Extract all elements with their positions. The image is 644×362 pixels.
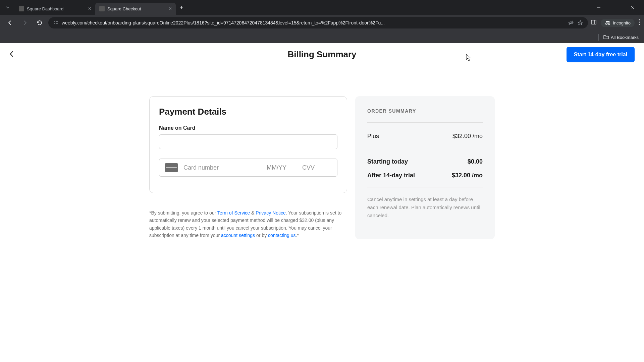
bookmarks-bar: All Bookmarks xyxy=(0,31,644,43)
svg-rect-3 xyxy=(54,23,55,24)
card-cvv-input[interactable] xyxy=(302,164,332,171)
forward-button[interactable] xyxy=(19,17,31,29)
name-on-card-label: Name on Card xyxy=(159,125,337,131)
left-column: Payment Details Name on Card *By submitt… xyxy=(149,96,347,239)
payment-heading: Payment Details xyxy=(159,107,337,117)
page-title: Billing Summary xyxy=(287,49,356,60)
card-expiry-input[interactable] xyxy=(267,164,297,171)
incognito-icon xyxy=(605,20,611,25)
card-input-row xyxy=(159,159,337,177)
favicon-icon xyxy=(19,6,24,11)
address-bar[interactable]: weebly.com/checkout/onboarding-plans/squ… xyxy=(48,17,588,28)
legal-mid2: or by xyxy=(255,233,268,238)
legal-amp: & xyxy=(250,210,256,216)
order-summary-card: ORDER SUMMARY Plus $32.00 /mo Starting t… xyxy=(355,96,495,239)
starting-today-label: Starting today xyxy=(367,158,408,165)
after-trial-value: $32.00 /mo xyxy=(452,172,483,179)
arrow-left-icon xyxy=(7,20,13,26)
side-panel-icon[interactable] xyxy=(591,19,597,26)
starting-today-value: $0.00 xyxy=(468,158,483,165)
svg-rect-5 xyxy=(591,20,596,24)
after-trial-label: After 14-day trial xyxy=(367,172,415,179)
tab-search-button[interactable] xyxy=(3,2,13,12)
new-tab-button[interactable]: + xyxy=(176,4,187,11)
close-icon[interactable]: × xyxy=(169,6,172,12)
svg-point-12 xyxy=(639,24,640,25)
card-number-input[interactable] xyxy=(183,164,261,171)
divider xyxy=(598,34,599,41)
maximize-button[interactable] xyxy=(610,2,621,12)
minimize-icon xyxy=(597,5,601,9)
svg-rect-0 xyxy=(614,6,617,9)
browser-tab[interactable]: Square Checkout × xyxy=(95,3,176,15)
browser-tab[interactable]: Square Dashboard × xyxy=(15,3,95,15)
close-window-button[interactable] xyxy=(627,2,637,12)
address-bar-row: weebly.com/checkout/onboarding-plans/squ… xyxy=(0,15,644,31)
svg-point-11 xyxy=(639,22,640,23)
account-settings-link[interactable]: account settings xyxy=(221,233,255,238)
arrow-right-icon xyxy=(22,20,28,26)
all-bookmarks-label: All Bookmarks xyxy=(611,35,639,40)
close-icon[interactable]: × xyxy=(88,6,91,12)
legal-end: .* xyxy=(296,233,299,238)
chevron-down-icon xyxy=(6,5,10,9)
plan-price: $32.00 /mo xyxy=(452,133,483,140)
tab-bar: Square Dashboard × Square Checkout × + xyxy=(0,0,644,15)
tab-title: Square Dashboard xyxy=(27,6,86,11)
plan-row: Plus $32.00 /mo xyxy=(367,123,483,150)
tab-title: Square Checkout xyxy=(107,6,166,11)
starting-today-row: Starting today $0.00 xyxy=(367,150,483,169)
svg-rect-2 xyxy=(56,21,58,22)
page-header: Billing Summary Start 14-day free trial xyxy=(0,43,644,66)
legal-text: *By submitting, you agree to our Term of… xyxy=(149,209,347,239)
name-on-card-input[interactable] xyxy=(159,134,337,149)
incognito-badge[interactable]: Incognito xyxy=(601,19,635,27)
svg-point-10 xyxy=(639,19,640,20)
eye-off-icon[interactable] xyxy=(568,20,574,26)
chevron-left-icon xyxy=(9,50,14,58)
start-trial-button[interactable]: Start 14-day free trial xyxy=(567,47,635,62)
site-settings-icon[interactable] xyxy=(53,20,58,25)
summary-note: Cancel anytime in settings at least a da… xyxy=(367,187,483,220)
more-vertical-icon xyxy=(639,19,640,25)
credit-card-icon xyxy=(165,163,178,172)
legal-prefix: *By submitting, you agree to our xyxy=(149,210,217,216)
folder-icon xyxy=(603,35,609,40)
star-icon[interactable] xyxy=(577,20,583,26)
back-button[interactable] xyxy=(4,17,16,29)
minimize-button[interactable] xyxy=(594,2,604,12)
browser-chrome: Square Dashboard × Square Checkout × + xyxy=(0,0,644,43)
menu-button[interactable] xyxy=(639,19,640,26)
privacy-link[interactable]: Privacy Notice xyxy=(256,210,285,216)
order-summary-heading: ORDER SUMMARY xyxy=(367,108,483,114)
all-bookmarks-button[interactable]: All Bookmarks xyxy=(603,35,639,40)
after-trial-row: After 14-day trial $32.00 /mo xyxy=(367,169,483,187)
main-content: Payment Details Name on Card *By submitt… xyxy=(0,66,644,239)
maximize-icon xyxy=(613,5,618,9)
payment-card: Payment Details Name on Card xyxy=(149,96,347,193)
reload-button[interactable] xyxy=(34,17,46,29)
close-icon xyxy=(630,5,634,9)
url-text: weebly.com/checkout/onboarding-plans/squ… xyxy=(62,20,565,25)
favicon-icon xyxy=(99,6,105,11)
plan-name: Plus xyxy=(367,133,379,140)
reload-icon xyxy=(37,20,43,26)
contact-link[interactable]: contacting us xyxy=(268,233,296,238)
incognito-label: Incognito xyxy=(613,20,631,25)
svg-point-7 xyxy=(606,23,607,25)
page-back-button[interactable] xyxy=(9,50,14,59)
terms-link[interactable]: Term of Service xyxy=(217,210,250,216)
svg-rect-1 xyxy=(54,21,55,22)
svg-rect-4 xyxy=(56,23,58,24)
svg-point-8 xyxy=(608,23,610,25)
